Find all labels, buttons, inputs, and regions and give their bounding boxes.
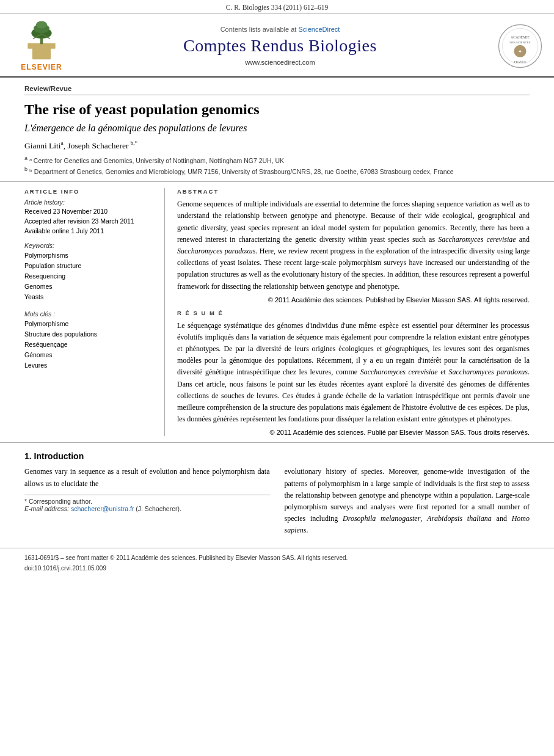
affiliation-b: b ᵇ Department of Genetics, Genomics and… <box>24 165 530 176</box>
svg-rect-0 <box>32 48 51 59</box>
affiliation-a: a ᵃ Centre for Genetics and Genomics, Un… <box>24 154 530 165</box>
accepted-date: Accepted after revision 23 March 2011 <box>24 217 152 227</box>
article-title-english: The rise of yeast population genomics <box>24 100 530 119</box>
elsevier-logo-area: ELSEVIER <box>11 20 72 71</box>
mot-cle-3: Reséquençage <box>24 340 152 350</box>
introduction-section: 1. Introduction Genomes vary in sequence… <box>0 443 554 547</box>
email-line: E-mail address: schacherer@unistra.fr (J… <box>24 505 270 512</box>
svg-text:DES SCIENCES: DES SCIENCES <box>509 41 531 44</box>
elsevier-label: ELSEVIER <box>21 63 62 71</box>
top-bar: C. R. Biologies 334 (2011) 612–619 <box>0 0 554 14</box>
journal-url: www.sciencedirect.com <box>72 59 488 66</box>
svg-text:FRANCE: FRANCE <box>514 60 527 64</box>
intro-left-para: Genomes vary in sequence as a result of … <box>24 466 270 489</box>
article-info-col: ARTICLE INFO Article history: Received 2… <box>24 188 165 436</box>
resume-copyright: © 2011 Académie des sciences. Publié par… <box>177 429 530 436</box>
article-header: Review/Revue The rise of yeast populatio… <box>0 78 554 182</box>
article-info-header: ARTICLE INFO <box>24 188 152 195</box>
footer-issn: 1631-0691/$ – see front matter © 2011 Ac… <box>24 553 530 562</box>
keywords-label: Keywords: <box>24 242 152 249</box>
intro-right-para: evolutionary history of species. Moreove… <box>285 466 530 536</box>
intro-right-col: evolutionary history of species. Moreove… <box>285 466 530 541</box>
sciencedirect-line: Contents lists available at ScienceDirec… <box>72 26 488 33</box>
keyword-3: Resequencing <box>24 271 152 282</box>
corresponding-author-note: * Corresponding author. <box>24 498 270 505</box>
resume-text: Le séquençage systématique des génomes d… <box>177 320 530 426</box>
svg-text:✦: ✦ <box>518 49 522 54</box>
journal-header: ELSEVIER Contents lists available at Sci… <box>0 14 554 78</box>
abstract-text: Genome sequences of multiple individuals… <box>177 198 530 293</box>
journal-name: Comptes Rendus Biologies <box>72 35 488 56</box>
keyword-2: Population structure <box>24 261 152 271</box>
elsevier-tree-icon <box>17 20 66 62</box>
resume-header: R É S U M É <box>177 310 530 316</box>
sciencedirect-link[interactable]: ScienceDirect <box>298 26 340 33</box>
intro-left-col: Genomes vary in sequence as a result of … <box>24 466 270 541</box>
mots-cles-section: Mots clés : Polymorphisme Structure des … <box>24 310 152 370</box>
mot-cle-1: Polymorphisme <box>24 319 152 329</box>
academy-logo-icon: ACADÉMIE DES SCIENCES ✦ FRANCE <box>497 23 543 69</box>
abstract-col: ABSTRACT Genome sequences of multiple in… <box>165 188 530 436</box>
mot-cle-2: Structure des populations <box>24 329 152 340</box>
journal-citation: C. R. Biologies 334 (2011) 612–619 <box>226 4 328 11</box>
intro-two-col: Genomes vary in sequence as a result of … <box>24 466 530 541</box>
intro-title: 1. Introduction <box>24 451 530 461</box>
history-label: Article history: <box>24 198 152 206</box>
email-link[interactable]: schacherer@unistra.fr <box>71 505 134 512</box>
keyword-5: Yeasts <box>24 292 152 302</box>
footer: 1631-0691/$ – see front matter © 2011 Ac… <box>0 548 554 578</box>
svg-text:ACADÉMIE: ACADÉMIE <box>511 35 530 39</box>
section-type-label: Review/Revue <box>24 85 530 95</box>
footer-doi: doi:10.1016/j.crvi.2011.05.009 <box>24 564 530 573</box>
academy-logo-area: ACADÉMIE DES SCIENCES ✦ FRANCE <box>488 23 543 69</box>
keyword-1: Polymorphisms <box>24 250 152 261</box>
abstract-header: ABSTRACT <box>177 188 530 195</box>
available-date: Available online 1 July 2011 <box>24 227 152 236</box>
mots-cles-label: Mots clés : <box>24 310 152 318</box>
mot-cle-4: Génomes <box>24 350 152 360</box>
abstract-copyright: © 2011 Académie des sciences. Published … <box>177 296 530 303</box>
svg-point-5 <box>36 21 47 29</box>
footnote-area: * Corresponding author. E-mail address: … <box>24 495 270 512</box>
keyword-4: Genomes <box>24 282 152 292</box>
affiliations: a ᵃ Centre for Genetics and Genomics, Un… <box>24 154 530 177</box>
authors-line: Gianni Litia, Joseph Schacherer b,* <box>24 140 530 151</box>
journal-title-area: Contents lists available at ScienceDirec… <box>72 26 488 66</box>
article-title-french: L'émergence de la génomique des populati… <box>24 123 530 134</box>
received-date: Received 23 November 2010 <box>24 207 152 217</box>
mot-cle-5: Levures <box>24 360 152 371</box>
article-info-abstract-section: ARTICLE INFO Article history: Received 2… <box>0 182 554 443</box>
keywords-section: Keywords: Polymorphisms Population struc… <box>24 242 152 302</box>
